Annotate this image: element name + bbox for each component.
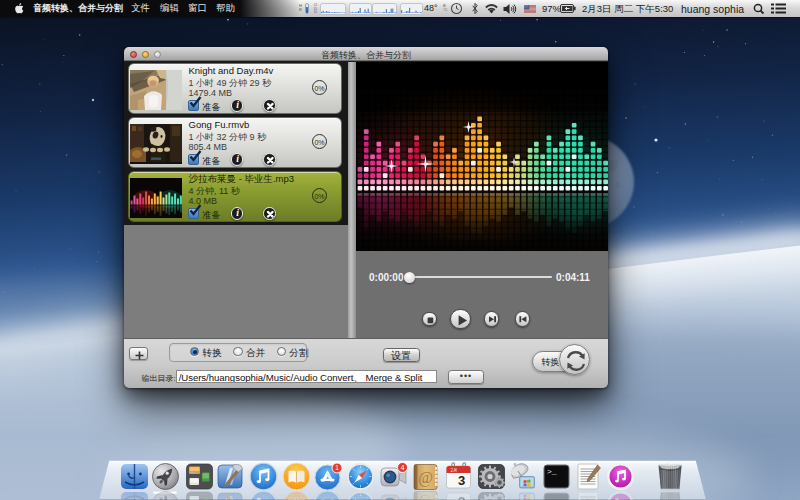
svg-text:2月: 2月 [450, 468, 457, 473]
svg-text:4: 4 [400, 464, 404, 471]
svg-text:3: 3 [457, 494, 464, 500]
svg-text:@: @ [418, 495, 433, 500]
svg-text:>_: >_ [547, 467, 557, 476]
svg-text:1: 1 [335, 464, 339, 471]
